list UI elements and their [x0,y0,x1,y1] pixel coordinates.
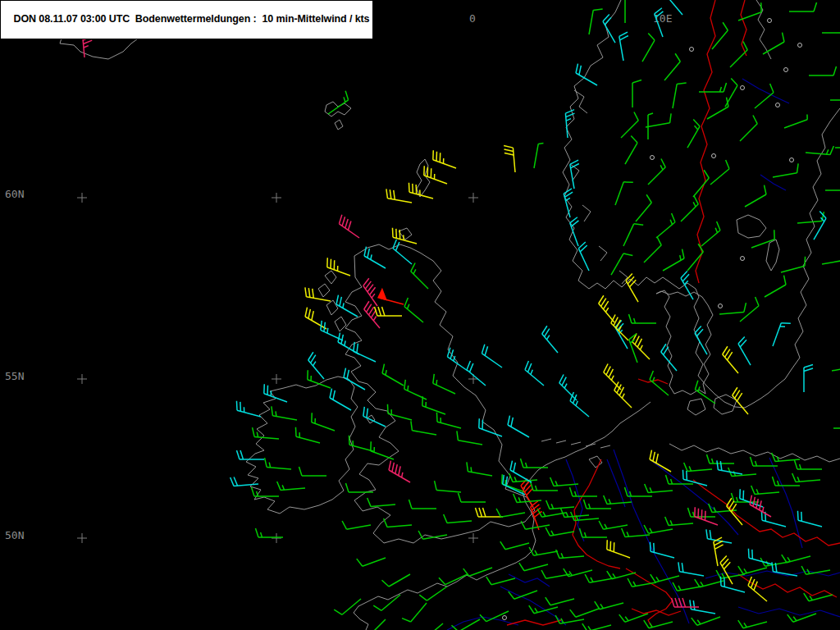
wind-barb [265,458,291,469]
wind-barb [374,307,402,316]
wind-barb [806,146,833,155]
wind-barb [719,303,746,314]
wind-barb [534,144,543,168]
wind-barb [830,91,840,100]
calm-station-icon [741,257,745,261]
wind-barb [424,166,447,184]
wind-barb [615,182,633,205]
wind-barb [308,352,324,379]
coastline-funen [687,399,705,415]
wind-barb [644,620,673,628]
wind-barb [650,450,671,472]
calm-station-icon [690,48,694,52]
wind-barb [763,33,784,54]
wind-barb [682,470,707,486]
latlon-grid: 20W10W010E60N55N50N [5,12,672,543]
coastline-baltic-south [669,444,840,462]
wind-barb [738,620,767,628]
wind-barb [664,53,680,80]
wind-barb [707,98,728,119]
wind-barb [357,558,386,566]
wind-barb [720,577,745,592]
wind-barb [797,212,824,223]
wind-barb [684,463,712,472]
wind-barb [733,387,748,414]
wind-barb [419,587,447,600]
coastline-orkney [399,228,412,240]
frisian-island [600,445,610,448]
wind-barb [671,598,699,607]
wind-barb [467,361,486,386]
wind-barb [378,290,404,304]
wind-barb [673,83,687,108]
wind-barb [723,346,738,373]
wind-barb [360,619,386,630]
wind-barb [656,213,675,238]
wind-barb [295,427,320,443]
wind-barb [236,401,261,417]
wind-barb [665,475,693,484]
wind-barb [519,563,548,571]
wind-barb [409,500,436,509]
wind-barb [482,345,502,368]
wind-barb [789,2,817,11]
wind-barb [678,562,704,576]
wind-barb [433,150,456,168]
wind-barbs [33,0,840,630]
wind-barb [646,113,671,127]
longitude-label: 0 [469,12,476,25]
coastline-jutland [656,290,713,395]
wind-barb [699,83,727,92]
wind-barb [738,336,751,365]
wind-barb [251,487,279,496]
rivers [74,15,840,630]
wind-barb [381,574,410,587]
grid-cross [272,533,281,543]
wind-barb [645,484,673,493]
wind-barb [750,495,771,517]
wind-barb [363,278,377,306]
wind-barb [382,364,404,386]
coastline-hebrides [325,271,336,284]
wind-barb [272,406,297,420]
wind-barb [354,342,376,362]
wind-barb [231,477,258,486]
wind-barb [339,215,359,238]
coastline-fjord [599,246,607,261]
calm-station-icon [790,158,794,162]
wind-barb [765,276,786,297]
wind-barb [330,389,351,410]
wind-barb [706,529,732,543]
frisian-island [541,439,551,441]
wind-barb [542,326,558,353]
wind-barb [784,114,807,128]
wind-barb [604,495,632,504]
wind-barb [628,314,656,323]
wind-barb [546,527,574,536]
wind-barb [433,374,455,394]
wind-barb [623,224,643,246]
wind-barb [508,416,529,437]
wind-barb [748,549,773,564]
wind-barb [264,384,287,402]
wind-barb [486,577,515,585]
calm-station-icon [651,156,655,160]
wind-barb [720,555,733,584]
title-bar: DON 08.11.07 03:00 UTC Bodenwettermeldun… [0,0,373,39]
wind-barb [327,258,350,276]
wind-barb [578,242,589,271]
coastline-ireland [246,377,358,514]
wind-barb [444,514,472,523]
wind-barb [504,146,515,172]
wind-barb [619,32,628,61]
frisian-island [571,442,581,445]
wind-barb [772,562,797,576]
latitude-label: 55N [5,370,24,382]
latitude-label: 50N [5,529,24,541]
wind-barb [411,263,428,289]
wind-barb [835,139,840,148]
wind-barb [687,119,700,148]
coastline-norway [563,0,699,297]
wind-barb [345,483,373,492]
wind-barb [344,368,365,390]
